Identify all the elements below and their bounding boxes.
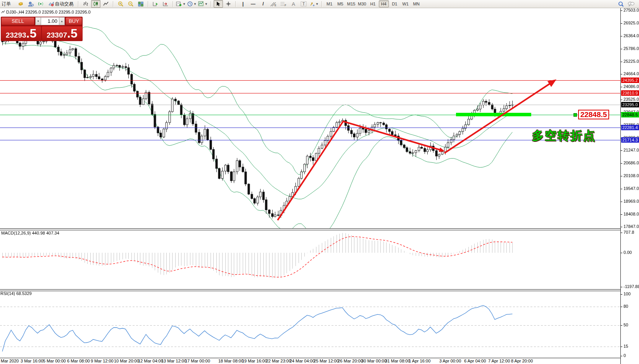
candlestick-chart-icon[interactable]	[91, 0, 100, 8]
volume-stepper: ▼ 1.00 ▲	[35, 17, 65, 25]
sell-price[interactable]: 23293.5	[1, 26, 41, 41]
timeframe-group: M1M5M15M30H1H4D1W1MN	[324, 0, 422, 8]
svg-text:E: E	[275, 4, 276, 7]
main-chart-canvas[interactable]	[0, 8, 620, 228]
volume-value[interactable]: 1.00	[41, 17, 59, 25]
dropdown-caret: ▼	[193, 2, 197, 6]
axis-tick	[621, 10, 622, 11]
axis-tick-label: 19547.0	[623, 186, 639, 191]
volume-decrease-button[interactable]: ▼	[35, 17, 41, 25]
toolbar-separator	[113, 1, 114, 7]
timeframe-m5[interactable]: M5	[335, 0, 345, 7]
bar-chart-icon[interactable]	[81, 0, 90, 8]
thick-trend-segment[interactable]	[456, 113, 531, 116]
buy-price[interactable]: 23307.5	[42, 26, 82, 41]
timeframe-h1[interactable]: H1	[368, 0, 378, 7]
horizontal-level-line[interactable]	[0, 93, 620, 93]
axis-tick-label: 18969.0	[623, 199, 639, 204]
sell-button[interactable]: SELL	[1, 17, 35, 25]
time-tick-label: 30 Mar 00:00	[361, 359, 387, 363]
macd-canvas[interactable]	[0, 230, 620, 289]
new-chart-button[interactable]: ▼	[176, 0, 186, 8]
rsi-canvas[interactable]	[0, 291, 620, 358]
gold-bar-icon[interactable]	[16, 0, 25, 8]
timeframe-m15[interactable]: M15	[346, 0, 356, 7]
svg-text:T: T	[302, 2, 305, 6]
vertical-line-icon[interactable]: |	[238, 0, 248, 8]
chat-icon[interactable]	[626, 0, 636, 8]
timeframe-mn[interactable]: MN	[411, 0, 421, 7]
axis-tick-label: 15	[623, 344, 628, 348]
horizontal-level-line[interactable]	[0, 80, 620, 81]
community-icon[interactable]	[26, 0, 35, 8]
pane-divider[interactable]	[0, 289, 639, 291]
time-tick-label: 19 Mar 16:00	[242, 359, 267, 363]
crosshair-icon[interactable]	[224, 0, 233, 8]
horizontal-line-icon[interactable]: —	[249, 0, 258, 8]
axis-tick-label: 23525.0	[623, 97, 639, 102]
price-axis[interactable]: 27503.026925.026364.025786.025225.024664…	[620, 8, 639, 364]
price-level-box[interactable]: 22848.5	[578, 110, 609, 119]
horizontal-level-line[interactable]	[0, 105, 620, 105]
tile-windows-icon[interactable]	[136, 0, 145, 8]
cursor-icon[interactable]	[214, 0, 223, 8]
arrows-icon[interactable]: ▼	[309, 0, 319, 8]
time-axis[interactable]: Mar 20203 Mar 16:005 Mar 00:006 Mar 08:0…	[0, 358, 620, 364]
axis-tick-label: 26364.0	[623, 33, 639, 38]
toolbar-separator	[173, 1, 173, 7]
axis-tick	[621, 325, 622, 326]
text-label-icon[interactable]: T	[299, 0, 308, 8]
time-tick-label: 9 Mar 12:00	[91, 359, 114, 363]
timeframe-m1[interactable]: M1	[325, 0, 335, 7]
time-tick-label: 26 Mar 20:00	[338, 359, 363, 363]
time-tick-label: 3 Mar 16:00	[21, 359, 43, 363]
horizontal-level-line[interactable]	[0, 128, 620, 128]
periods-button[interactable]: ▼	[187, 0, 197, 8]
axis-tick	[621, 23, 622, 24]
new-order-button[interactable]: 新订单	[1, 0, 15, 8]
zoom-in-icon[interactable]	[116, 0, 125, 8]
text-icon[interactable]: A	[289, 0, 298, 8]
horizontal-level-line[interactable]	[0, 140, 620, 140]
line-chart-icon[interactable]	[101, 0, 111, 8]
signals-icon[interactable]	[36, 0, 45, 8]
chart-corner-icon	[1, 10, 5, 14]
templates-button[interactable]: ▼	[198, 0, 208, 8]
axis-tick-label: 20686.0	[623, 160, 639, 165]
volume-increase-button[interactable]: ▲	[59, 17, 65, 25]
timeframe-h4[interactable]: H4	[379, 0, 389, 7]
toolbar: 新订单 自动交易	[0, 0, 639, 8]
auto-trading-button[interactable]: 自动交易	[46, 0, 76, 8]
axis-tick	[621, 100, 622, 100]
search-icon[interactable]	[616, 0, 625, 8]
axis-tick-label: 707.8	[623, 230, 634, 235]
axis-tick	[621, 307, 622, 307]
timeframe-d1[interactable]: D1	[390, 0, 400, 7]
axis-tick-label: 80	[623, 304, 628, 309]
timeframe-m30[interactable]: M30	[357, 0, 367, 7]
mt4-window: 新订单 自动交易	[0, 0, 639, 364]
buy-button[interactable]: BUY	[66, 17, 82, 25]
new-order-label: 新订单	[2, 1, 11, 7]
auto-scroll-icon[interactable]	[151, 0, 160, 8]
time-tick-label: 10 Mar 20:00	[114, 359, 139, 363]
axis-tick	[621, 202, 622, 202]
line-handle	[573, 113, 577, 117]
toolbar-separator	[235, 1, 236, 7]
time-tick-label: 6 Apr 04:00	[464, 359, 486, 363]
zoom-out-icon[interactable]	[126, 0, 135, 8]
time-tick-label: 1 Apr 16:00	[409, 359, 430, 363]
fibonacci-icon[interactable]: F	[279, 0, 288, 8]
toolbar-separator	[321, 1, 322, 7]
pane-divider[interactable]	[0, 228, 639, 230]
chart-shift-icon[interactable]	[161, 0, 170, 8]
axis-tick	[621, 214, 622, 215]
equidistant-channel-icon[interactable]: E	[269, 0, 278, 8]
axis-tick	[621, 62, 622, 62]
axis-tick	[621, 189, 622, 189]
timeframe-w1[interactable]: W1	[401, 0, 411, 7]
axis-tick	[621, 49, 622, 49]
trendline-icon[interactable]: /	[259, 0, 268, 8]
axis-tick-label: 0	[623, 353, 626, 358]
turning-point-annotation[interactable]: 多空转折点	[532, 128, 596, 144]
